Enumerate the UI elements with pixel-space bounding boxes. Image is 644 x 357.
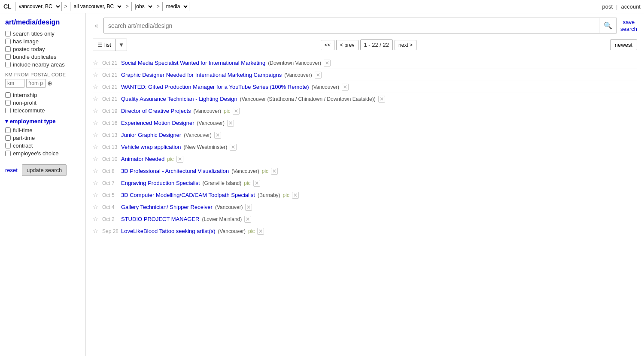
listing-pic-label[interactable]: pic	[167, 156, 173, 162]
listing-remove-icon[interactable]: ✕	[271, 168, 278, 175]
listing-location: (Downtown Vancouver)	[268, 60, 321, 66]
listing-pic-label[interactable]: pic	[283, 192, 289, 198]
listing-remove-icon[interactable]: ✕	[378, 96, 385, 103]
star-icon[interactable]: ☆	[93, 215, 100, 222]
listing-remove-icon[interactable]: ✕	[342, 84, 349, 91]
listing-pic-label[interactable]: pic	[244, 180, 250, 186]
listing-remove-icon[interactable]: ✕	[253, 180, 260, 187]
star-icon[interactable]: ☆	[93, 131, 100, 138]
full-time-label[interactable]: full-time	[5, 127, 80, 133]
next-page-button[interactable]: next >	[395, 40, 416, 50]
search-titles-only-label[interactable]: search titles only	[5, 30, 80, 37]
listing-title[interactable]: Quality Assurance Technician - Lighting …	[121, 96, 237, 102]
star-icon[interactable]: ☆	[93, 191, 100, 198]
search-input[interactable]	[104, 19, 599, 33]
star-icon[interactable]: ☆	[93, 167, 100, 174]
search-row: « 🔍 save search	[93, 18, 637, 33]
contract-label[interactable]: contract	[5, 142, 80, 149]
listing-title[interactable]: WANTED: Gifted Production Manager for a …	[121, 84, 309, 90]
part-time-checkbox[interactable]	[5, 135, 11, 141]
view-dropdown-button[interactable]: ▼	[115, 39, 127, 51]
listing-remove-icon[interactable]: ✕	[324, 60, 331, 67]
listing-remove-icon[interactable]: ✕	[244, 216, 251, 223]
star-icon[interactable]: ☆	[93, 155, 100, 162]
update-search-button[interactable]: update search	[22, 164, 67, 176]
listing-remove-icon[interactable]: ✕	[257, 228, 264, 235]
account-link[interactable]: account	[621, 3, 641, 10]
part-time-label[interactable]: part-time	[5, 135, 80, 141]
list-view-button[interactable]: ☰ list	[93, 39, 115, 51]
star-icon[interactable]: ☆	[93, 227, 100, 234]
has-image-checkbox[interactable]	[5, 39, 11, 44]
employees-choice-checkbox[interactable]	[5, 151, 11, 156]
save-search-link[interactable]: save search	[620, 19, 637, 32]
listing-pic-label[interactable]: pic	[248, 228, 255, 234]
star-icon[interactable]: ☆	[93, 71, 100, 78]
star-icon[interactable]: ☆	[93, 179, 100, 186]
internship-label[interactable]: internship	[5, 92, 80, 98]
prev-page-button[interactable]: < prev	[336, 40, 358, 50]
listing-title[interactable]: Engraving Production Specialist	[121, 180, 200, 186]
listing-title[interactable]: STUDIO PROJECT MANAGER	[121, 216, 200, 222]
newest-button[interactable]: newest	[610, 39, 637, 50]
listing-title[interactable]: Social Media Specialist Wanted for Inter…	[121, 60, 265, 66]
listing-remove-icon[interactable]: ✕	[233, 108, 240, 115]
listing-title[interactable]: Animator Needed	[121, 156, 164, 162]
km-input[interactable]	[5, 79, 24, 88]
listing-remove-icon[interactable]: ✕	[292, 192, 299, 199]
listing-remove-icon[interactable]: ✕	[245, 204, 252, 211]
employees-choice-label[interactable]: employee's choice	[5, 150, 80, 157]
star-icon[interactable]: ☆	[93, 203, 100, 210]
has-image-label[interactable]: has image	[5, 38, 80, 45]
listing-remove-icon[interactable]: ✕	[227, 120, 234, 127]
post-link[interactable]: post	[602, 3, 613, 10]
listing-title[interactable]: Experienced Motion Designer	[121, 120, 194, 126]
collapse-icon[interactable]: «	[93, 20, 100, 31]
posted-today-label[interactable]: posted today	[5, 46, 80, 52]
listing-title[interactable]: LoveLikeBlood Tattoo seeking artist(s)	[121, 228, 215, 234]
listing-remove-icon[interactable]: ✕	[176, 156, 183, 163]
star-icon[interactable]: ☆	[93, 119, 100, 126]
listing-remove-icon[interactable]: ✕	[214, 132, 221, 139]
include-nearby-areas-label[interactable]: include nearby areas	[5, 61, 80, 68]
first-page-button[interactable]: <<	[321, 40, 334, 50]
reset-link[interactable]: reset	[5, 167, 18, 173]
category2-select[interactable]: media	[162, 2, 189, 11]
posted-today-checkbox[interactable]	[5, 46, 11, 52]
category1-select[interactable]: jobs	[131, 2, 154, 11]
non-profit-checkbox[interactable]	[5, 100, 11, 106]
internship-checkbox[interactable]	[5, 92, 11, 98]
contract-checkbox[interactable]	[5, 143, 11, 148]
listing-remove-icon[interactable]: ✕	[230, 144, 237, 151]
bundle-duplicates-label[interactable]: bundle duplicates	[5, 54, 80, 60]
listing-remove-icon[interactable]: ✕	[315, 72, 322, 79]
bundle-duplicates-checkbox[interactable]	[5, 54, 11, 60]
telecommute-checkbox[interactable]	[5, 108, 11, 113]
listing-title[interactable]: Gallery Technician/ Shipper Receiver	[121, 204, 213, 210]
listing-title[interactable]: Vehicle wrap application	[121, 144, 181, 150]
search-titles-only-checkbox[interactable]	[5, 31, 11, 36]
star-icon[interactable]: ☆	[93, 59, 100, 66]
telecommute-label[interactable]: telecommute	[5, 107, 80, 114]
crosshair-icon[interactable]: ⊕	[47, 80, 52, 87]
full-time-checkbox[interactable]	[5, 127, 11, 133]
star-icon[interactable]: ☆	[93, 107, 100, 114]
listing-title[interactable]: 3D Professional - Architectural Visualiz…	[121, 168, 229, 174]
employment-type-toggle[interactable]: employment type	[5, 118, 80, 124]
listing-title[interactable]: Junior Graphic Designer	[121, 132, 181, 138]
star-icon[interactable]: ☆	[93, 83, 100, 90]
listing-location: (Granville Island)	[203, 180, 242, 186]
listing-pic-label[interactable]: pic	[262, 168, 268, 174]
star-icon[interactable]: ☆	[93, 95, 100, 102]
listing-pic-label[interactable]: pic	[224, 108, 230, 114]
listing-title[interactable]: 3D Computer Modelling/CAD/CAM Toolpath S…	[121, 192, 255, 198]
postal-input[interactable]	[26, 79, 46, 88]
listing-title[interactable]: Graphic Designer Needed for Internationa…	[121, 72, 282, 78]
location2-select[interactable]: all vancouver, BC	[70, 2, 123, 11]
listing-title[interactable]: Director of Creative Projects	[121, 108, 191, 114]
location1-select[interactable]: vancouver, BC	[15, 2, 62, 11]
include-nearby-areas-checkbox[interactable]	[5, 62, 11, 67]
star-icon[interactable]: ☆	[93, 143, 100, 150]
search-button[interactable]: 🔍	[599, 18, 617, 33]
non-profit-label[interactable]: non-profit	[5, 100, 80, 106]
